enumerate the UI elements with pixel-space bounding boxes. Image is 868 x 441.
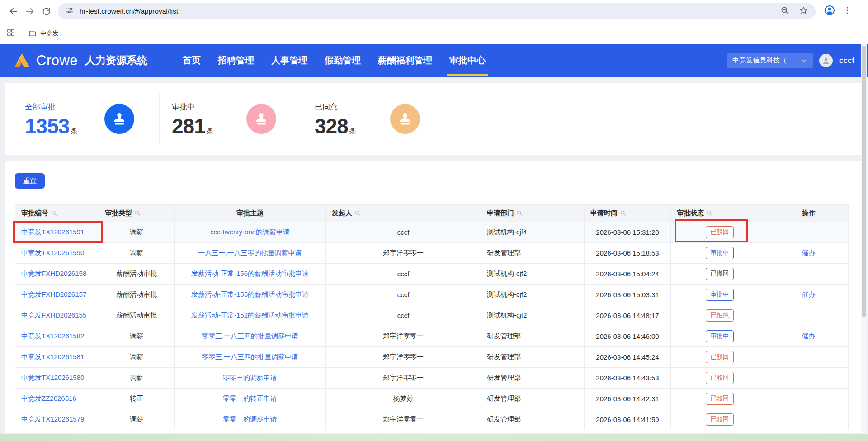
cell-approval-type: 调薪 xyxy=(99,243,175,264)
status-badge: 已驳回 xyxy=(706,393,734,405)
cell-status: 已驳回 xyxy=(671,222,769,243)
company-select[interactable]: 中竞发信息科技（ xyxy=(727,53,813,68)
approval-id-link[interactable]: 中竞发TX120261582 xyxy=(21,332,84,340)
urge-action-link[interactable]: 催办 xyxy=(802,332,816,340)
column-search-icon[interactable] xyxy=(354,210,361,216)
bookmark-star-icon[interactable] xyxy=(799,6,808,17)
logo: Crowe 人力资源系统 xyxy=(14,52,147,69)
approval-subject-link[interactable]: 零零三的调薪申请 xyxy=(223,374,277,381)
status-badge: 审批中 xyxy=(706,330,734,342)
cell-approval-id: 中竞发TX120261582 xyxy=(15,326,99,347)
approval-subject-link[interactable]: 零零三,一八三四的批量调薪申请 xyxy=(202,332,298,340)
cell-approval-id: 中竞发FXHD2026158 xyxy=(15,264,99,285)
cell-status: 审批中 xyxy=(671,285,769,305)
table-row: 中竞发TX120261581调薪零零三,一八三四的批量调薪申请郑宇洋零零一研发管… xyxy=(15,347,849,368)
cell-initiator: cccf xyxy=(326,285,481,305)
column-search-icon[interactable] xyxy=(51,210,57,216)
app-header: Crowe 人力资源系统 首页招聘管理人事管理假勤管理薪酬福利管理审批中心 中竞… xyxy=(0,44,868,77)
approval-id-link[interactable]: 中竞发TX120261591 xyxy=(21,228,84,236)
cell-approval-subject: 发薪活动-正常-152的薪酬活动审批申请 xyxy=(175,305,326,326)
approval-subject-link[interactable]: 发薪活动-正常-155的薪酬活动审批申请 xyxy=(191,290,309,298)
apps-grid-icon[interactable] xyxy=(6,28,15,39)
nav-item-payroll[interactable]: 薪酬福利管理 xyxy=(378,44,432,77)
cell-approval-id: 中竞发TX120261579 xyxy=(15,409,99,430)
crowe-logo-icon xyxy=(14,53,31,68)
cell-action xyxy=(769,409,849,430)
urge-action-link[interactable]: 催办 xyxy=(802,249,816,256)
stamp-icon xyxy=(104,104,134,134)
bookmarks-bar: 中竞发 xyxy=(0,23,868,44)
cell-initiator: 郑宇洋零零一 xyxy=(326,243,481,264)
approval-subject-link[interactable]: 发薪活动-正常-152的薪酬活动审批申请 xyxy=(191,311,309,319)
forward-icon[interactable] xyxy=(22,3,38,19)
back-icon[interactable] xyxy=(5,3,22,19)
menu-dots-icon[interactable] xyxy=(843,6,852,17)
approval-id-link[interactable]: 中竞发TX120261581 xyxy=(21,353,84,360)
nav-item-approval[interactable]: 审批中心 xyxy=(449,44,486,77)
approval-id-link[interactable]: 中竞发TX120261590 xyxy=(21,249,84,256)
reset-button[interactable]: 重置 xyxy=(15,173,45,189)
approval-id-link[interactable]: 中竞发FXHD2026157 xyxy=(21,290,86,298)
column-search-icon[interactable] xyxy=(706,210,712,216)
username: cccf xyxy=(839,56,854,65)
cell-action xyxy=(769,389,849,409)
cell-status: 已驳回 xyxy=(671,347,769,368)
approval-id-link[interactable]: 中竞发FXHD2026158 xyxy=(21,270,86,277)
cell-approval-type: 薪酬活动审批 xyxy=(99,285,175,305)
approval-id-link[interactable]: 中竞发TX120261580 xyxy=(21,374,84,381)
cell-approval-subject: 发薪活动-正常-155的薪酬活动审批申请 xyxy=(175,285,326,305)
status-badge: 已驳回 xyxy=(706,372,734,384)
approval-subject-link[interactable]: 一八三一,一八三零的批量调薪申请 xyxy=(198,249,302,256)
table-row: 中竞发TX120261591调薪ccc-twenty-one的调薪申请cccf测… xyxy=(15,222,849,243)
column-search-icon[interactable] xyxy=(516,210,523,216)
approval-id-link[interactable]: 中竞发ZZ2026516 xyxy=(21,394,76,402)
site-settings-icon[interactable] xyxy=(65,6,74,17)
approval-subject-link[interactable]: 零零三的转正申请 xyxy=(223,394,277,402)
stat-card: 审批中 281条 xyxy=(160,94,292,144)
page-scrollbar[interactable] xyxy=(861,44,867,434)
profile-icon[interactable] xyxy=(824,5,835,18)
scrollbar-thumb[interactable] xyxy=(862,46,866,317)
nav-item-home[interactable]: 首页 xyxy=(183,44,201,77)
table-row: 中竞发TX120261590调薪一八三一,一八三零的批量调薪申请郑宇洋零零一研发… xyxy=(15,243,849,264)
cell-department: 测试机构-cjf2 xyxy=(481,264,585,285)
cell-department: 研发管理部 xyxy=(481,326,585,347)
nav-item-recruit[interactable]: 招聘管理 xyxy=(218,44,254,77)
brand-name: Crowe xyxy=(36,52,78,69)
cell-initiator: 郑宇洋零零一 xyxy=(326,347,481,368)
nav-item-attendance[interactable]: 假勤管理 xyxy=(325,44,361,77)
cell-department: 研发管理部 xyxy=(481,389,585,409)
cell-action xyxy=(769,368,849,389)
approval-subject-link[interactable]: ccc-twenty-one的调薪申请 xyxy=(210,228,290,236)
address-bar[interactable]: hr-test.croweit.cn/#/approval/list xyxy=(58,3,816,19)
cell-approval-subject: 零零三,一八三四的批量调薪申请 xyxy=(175,347,326,368)
nav-item-personnel[interactable]: 人事管理 xyxy=(271,44,307,77)
cell-initiator: 郑宇洋零零一 xyxy=(326,409,481,430)
cell-approval-subject: 零零三,一八三四的批量调薪申请 xyxy=(175,326,326,347)
status-badge: 已驳回 xyxy=(706,226,734,238)
zoom-out-icon[interactable] xyxy=(780,6,790,17)
approval-subject-link[interactable]: 发薪活动-正常-156的薪酬活动审批申请 xyxy=(191,270,309,277)
approval-id-link[interactable]: 中竞发FXHD2026155 xyxy=(21,311,86,319)
cell-approval-id: 中竞发TX120261581 xyxy=(15,347,99,368)
column-search-icon[interactable] xyxy=(620,210,626,216)
main-nav: 首页招聘管理人事管理假勤管理薪酬福利管理审批中心 xyxy=(183,44,486,77)
chevron-down-icon xyxy=(800,57,807,64)
url-text[interactable]: hr-test.croweit.cn/#/approval/list xyxy=(80,7,780,15)
column-header-subject: 审批主题 xyxy=(175,205,326,222)
cell-approval-type: 调薪 xyxy=(99,222,175,243)
approval-id-link[interactable]: 中竞发TX120261579 xyxy=(21,415,84,423)
status-badge: 审批中 xyxy=(706,247,734,259)
approval-subject-link[interactable]: 零零三,一八三四的批量调薪申请 xyxy=(202,353,298,360)
user-avatar[interactable] xyxy=(819,54,833,67)
table-row: 中竞发TX120261579调薪零零三的调薪申请郑宇洋零零一研发管理部2026-… xyxy=(15,409,849,430)
approval-subject-link[interactable]: 零零三的调薪申请 xyxy=(223,415,277,423)
cell-approval-id: 中竞发FXHD2026157 xyxy=(15,285,99,305)
cell-status: 审批中 xyxy=(671,326,769,347)
bookmark-folder[interactable]: 中竞发 xyxy=(28,29,59,38)
cell-department: 研发管理部 xyxy=(481,243,585,264)
column-search-icon[interactable] xyxy=(134,210,141,216)
cell-status: 审批中 xyxy=(671,243,769,264)
reload-icon[interactable] xyxy=(38,3,54,19)
urge-action-link[interactable]: 催办 xyxy=(802,290,816,298)
